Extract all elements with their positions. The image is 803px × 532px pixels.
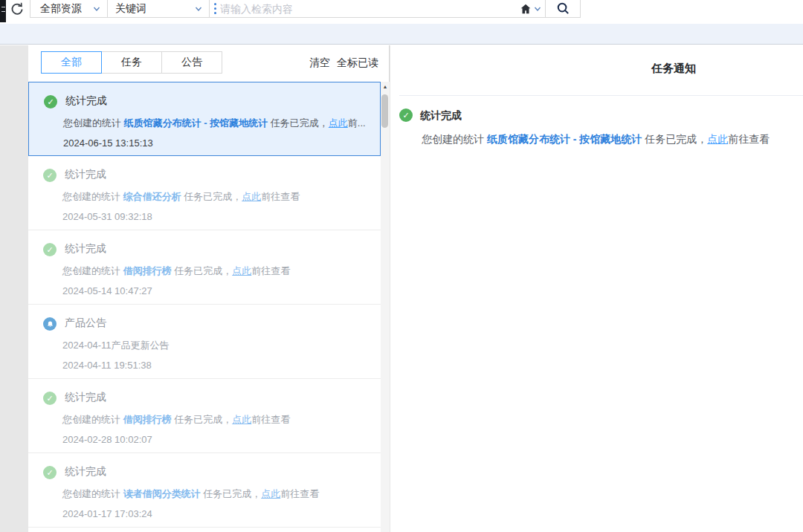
stat-name: 读者借阅分类统计 bbox=[123, 488, 201, 499]
scrollbar-thumb[interactable] bbox=[381, 94, 388, 128]
notification-list-panel: 全部 任务 公告 清空 全标已读 ✓ 统计完成 您创建的统计 纸质馆藏分布统计 … bbox=[28, 45, 390, 532]
tab-all[interactable]: 全部 bbox=[41, 51, 102, 74]
search-button[interactable] bbox=[545, 0, 580, 17]
main-area: 全部 任务 公告 清空 全标已读 ✓ 统计完成 您创建的统计 纸质馆藏分布统计 … bbox=[0, 45, 803, 532]
go-link[interactable]: 点此 bbox=[329, 117, 348, 129]
notification-body: 您创建的统计 综合借还分析 任务已完成，点此前往查看 bbox=[62, 190, 300, 204]
detail-title: 统计完成 bbox=[420, 109, 462, 123]
resource-scope-value: 全部资源 bbox=[40, 2, 82, 16]
stat-name: 纸质馆藏分布统计 - 按馆藏地统计 bbox=[487, 133, 642, 145]
sub-header-band bbox=[0, 24, 803, 45]
notification-title: 统计完成 bbox=[65, 168, 106, 181]
notification-title: 统计完成 bbox=[65, 391, 106, 404]
check-circle-icon: ✓ bbox=[43, 466, 57, 479]
stat-name: 纸质馆藏分布统计 - 按馆藏地统计 bbox=[124, 117, 268, 129]
chevron-down-icon bbox=[92, 4, 101, 13]
notification-title: 统计完成 bbox=[65, 465, 106, 479]
detail-panel-title: 任务通知 bbox=[651, 62, 696, 76]
list-actions: 清空 全标已读 bbox=[309, 56, 378, 70]
home-icon bbox=[519, 2, 532, 16]
notification-body: 您创建的统计 借阅排行榜 任务已完成，点此前往查看 bbox=[62, 413, 290, 426]
scroll-up-arrow-icon[interactable]: ▲ bbox=[381, 82, 390, 92]
notification-body: 您创建的统计 纸质馆藏分布统计 - 按馆藏地统计 任务已完成，点此前... bbox=[63, 117, 366, 130]
notification-item[interactable]: ✓ 统计完成 您创建的统计 借阅排行榜 任务已完成，点此前往查看 2024-05… bbox=[28, 230, 381, 305]
check-circle-icon: ✓ bbox=[43, 243, 57, 256]
notification-list: ✓ 统计完成 您创建的统计 纸质馆藏分布统计 - 按馆藏地统计 任务已完成，点此… bbox=[28, 82, 381, 528]
tab-announcements[interactable]: 公告 bbox=[161, 51, 222, 74]
field-select-value: 关键词 bbox=[115, 2, 146, 16]
notification-time: 2024-06-15 13:15:13 bbox=[63, 137, 153, 149]
notification-time: 2024-05-14 10:47:27 bbox=[62, 285, 152, 296]
bell-icon bbox=[43, 317, 57, 331]
notification-time: 2024-05-31 09:32:18 bbox=[62, 211, 152, 222]
top-toolbar: 全部资源 关键词 bbox=[0, 0, 803, 24]
notification-title: 统计完成 bbox=[65, 94, 107, 108]
stat-name: 借阅排行榜 bbox=[123, 414, 172, 425]
tab-tasks[interactable]: 任务 bbox=[101, 51, 162, 74]
chevron-down-icon bbox=[533, 4, 542, 13]
chevron-down-icon bbox=[194, 4, 203, 13]
check-circle-icon: ✓ bbox=[43, 169, 57, 182]
search-widget: 全部资源 关键词 bbox=[30, 0, 581, 18]
notification-item[interactable]: 产品公告 2024-04-11产品更新公告 2024-04-11 19:51:3… bbox=[28, 305, 381, 379]
search-input-wrap bbox=[220, 0, 515, 17]
notification-title: 统计完成 bbox=[65, 242, 106, 256]
mark-all-read-link[interactable]: 全标已读 bbox=[337, 56, 378, 70]
go-link[interactable]: 点此 bbox=[707, 133, 728, 145]
clear-all-link[interactable]: 清空 bbox=[309, 56, 330, 70]
go-link[interactable]: 点此 bbox=[261, 488, 280, 499]
notification-detail-panel: 任务通知 ✓ 统计完成 您创建的统计 纸质馆藏分布统计 - 按馆藏地统计 任务已… bbox=[390, 45, 803, 532]
refresh-icon[interactable] bbox=[10, 1, 25, 16]
stat-name: 借阅排行榜 bbox=[123, 265, 172, 276]
home-select[interactable] bbox=[515, 0, 545, 17]
notification-body: 您创建的统计 借阅排行榜 任务已完成，点此前往查看 bbox=[62, 265, 290, 278]
search-input[interactable] bbox=[220, 3, 515, 15]
detail-body: 您创建的统计 纸质馆藏分布统计 - 按馆藏地统计 任务已完成，点此前往查看 bbox=[422, 133, 770, 146]
search-icon bbox=[556, 1, 570, 16]
resource-scope-select[interactable]: 全部资源 bbox=[30, 0, 108, 17]
notification-item[interactable]: ✓ 统计完成 您创建的统计 纸质馆藏分布统计 - 按馆藏地统计 任务已完成，点此… bbox=[28, 82, 381, 156]
notification-item[interactable]: ✓ 统计完成 您创建的统计 综合借还分析 任务已完成，点此前往查看 2024-0… bbox=[28, 156, 381, 230]
check-circle-icon: ✓ bbox=[43, 392, 57, 405]
stat-name: 综合借还分析 bbox=[123, 191, 181, 202]
field-select[interactable]: 关键词 bbox=[108, 0, 210, 17]
notification-body: 2024-04-11产品更新公告 bbox=[62, 339, 170, 352]
notification-title: 产品公告 bbox=[65, 317, 106, 330]
check-circle-icon: ✓ bbox=[399, 108, 413, 122]
go-link[interactable]: 点此 bbox=[232, 265, 251, 276]
detail-divider bbox=[399, 95, 803, 96]
notification-item[interactable]: ✓ 统计完成 您创建的统计 读者借阅分类统计 任务已完成，点此前往查看 2024… bbox=[28, 453, 381, 528]
check-circle-icon: ✓ bbox=[44, 95, 57, 108]
dotted-divider bbox=[210, 0, 220, 17]
notification-time: 2024-02-28 10:02:07 bbox=[62, 434, 152, 445]
notification-time: 2024-04-11 19:51:38 bbox=[62, 360, 152, 371]
notification-item[interactable]: ✓ 统计完成 您创建的统计 借阅排行榜 任务已完成，点此前往查看 2024-02… bbox=[28, 379, 381, 453]
notification-tabs: 全部 任务 公告 bbox=[41, 51, 222, 74]
go-link[interactable]: 点此 bbox=[232, 414, 251, 425]
notification-body: 您创建的统计 读者借阅分类统计 任务已完成，点此前往查看 bbox=[62, 487, 319, 501]
sidebar-edge bbox=[0, 0, 6, 22]
go-link[interactable]: 点此 bbox=[242, 191, 261, 202]
list-scrollbar[interactable]: ▲ bbox=[381, 82, 390, 532]
notification-time: 2024-01-17 17:03:24 bbox=[62, 508, 152, 519]
